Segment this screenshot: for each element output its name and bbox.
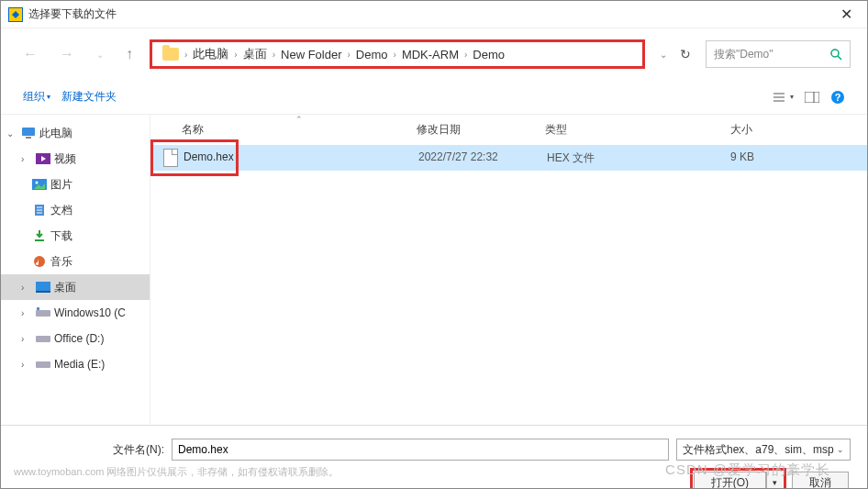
new-folder-button[interactable]: 新建文件夹 [56,85,122,108]
close-button[interactable]: ✕ [833,6,860,23]
svg-rect-22 [36,282,50,291]
forward-button[interactable]: → [54,42,80,66]
svg-rect-23 [36,291,50,293]
breadcrumb-item[interactable]: MDK-ARM [402,48,459,61]
svg-rect-25 [37,307,39,310]
pictures-icon [32,177,47,192]
dialog-footer: 文件名(N): 文件格式hex、a79、sim、msp ⌄ 打开(O) ▾ 取消 [1,426,867,489]
column-header-name[interactable]: ⌃ 名称 [182,122,417,138]
svg-rect-9 [22,128,35,136]
sidebar-item-desktop[interactable]: › 桌面 [1,274,150,300]
up-button[interactable]: ↑ [120,42,139,66]
downloads-icon [32,228,47,243]
history-dropdown[interactable]: ⌄ [660,50,667,60]
help-button[interactable]: ? [825,86,851,108]
search-icon [829,48,842,61]
svg-point-21 [34,256,45,267]
sidebar: ⌄ 此电脑 › 视频 图片 文档 下载 音乐 › 桌面 [1,115,150,425]
breadcrumb-item[interactable]: 桌面 [243,46,267,62]
sidebar-item-label: 此电脑 [39,126,72,141]
breadcrumb-item[interactable]: 此电脑 [193,46,228,62]
app-icon [8,7,23,22]
filename-input[interactable] [172,439,669,461]
toolbar: 组织 ▾ 新建文件夹 ▾ ? [1,80,867,115]
chevron-right-icon: › [21,360,32,370]
breadcrumb-bar[interactable]: › 此电脑 › 桌面 › New Folder › Demo › MDK-ARM… [150,39,645,69]
search-input[interactable]: 搜索"Demo" [706,40,851,68]
chevron-down-icon: ⌄ [837,445,844,454]
back-button[interactable]: ← [17,42,43,66]
svg-rect-5 [805,92,819,103]
svg-rect-10 [26,137,31,139]
breadcrumb-item[interactable]: New Folder [281,48,341,61]
chevron-right-icon: › [184,50,187,60]
file-row[interactable]: Demo.hex 2022/7/27 22:32 HEX 文件 9 KB [150,145,867,171]
sidebar-item-videos[interactable]: › 视频 [1,146,150,172]
file-type-filter[interactable]: 文件格式hex、a79、sim、msp ⌄ [676,439,851,461]
sidebar-item-label: 视频 [54,151,76,167]
column-header-type[interactable]: 类型 [545,122,670,138]
documents-icon [32,203,47,217]
sidebar-item-label: 音乐 [50,254,72,270]
file-type: HEX 文件 [547,150,672,166]
file-icon [163,149,178,167]
sidebar-item-label: Windows10 (C [54,306,126,319]
view-list-button[interactable]: ▾ [768,88,799,106]
filename-label: 文件名(N): [17,442,164,458]
search-placeholder: 搜索"Demo" [714,47,773,62]
sort-indicator-icon: ⌃ [295,115,303,124]
breadcrumb-item[interactable]: Demo [473,48,505,61]
chevron-right-icon: › [21,308,32,318]
sidebar-item-label: Office (D:) [54,332,104,345]
svg-point-0 [831,50,839,57]
chevron-right-icon: › [234,50,237,60]
organize-menu[interactable]: 组织 ▾ [17,85,56,108]
sidebar-item-disk-c[interactable]: › Windows10 (C [1,300,150,326]
watermark-left: www.toymoban.com 网络图片仅供展示，非存储，如有侵权请联系删除。 [14,465,339,479]
sidebar-item-label: Media (E:) [54,358,105,371]
sidebar-item-thispc[interactable]: ⌄ 此电脑 [1,120,150,146]
desktop-icon [36,280,50,295]
sidebar-item-pictures[interactable]: 图片 [1,172,150,197]
svg-rect-27 [36,361,50,368]
sidebar-item-music[interactable]: 音乐 [1,249,150,274]
disk-icon [36,331,50,346]
sidebar-item-documents[interactable]: 文档 [1,197,150,223]
sidebar-item-label: 文档 [50,203,72,218]
sidebar-item-label: 下载 [50,228,72,244]
svg-rect-24 [36,310,50,317]
navigation-row: ← → ⌄ ↑ › 此电脑 › 桌面 › New Folder › Demo ›… [1,28,867,80]
refresh-button[interactable]: ↻ [680,47,691,61]
chevron-right-icon: › [273,50,275,60]
preview-pane-button[interactable] [799,88,825,106]
music-icon [32,254,47,269]
svg-point-14 [36,182,39,184]
file-name: Demo.hex [184,150,418,166]
svg-rect-26 [36,336,50,342]
chevron-right-icon: › [21,334,32,344]
file-list: ⌃ 名称 修改日期 类型 大小 Demo.hex 2022/7/27 22:32… [150,115,867,425]
column-headers: ⌃ 名称 修改日期 类型 大小 [150,115,867,145]
disk-icon [36,357,50,372]
sidebar-item-label: 桌面 [54,280,76,295]
filter-label: 文件格式hex、a79、sim、msp [683,442,834,458]
breadcrumb-item[interactable]: Demo [356,48,388,61]
file-date: 2022/7/27 22:32 [418,150,547,166]
disk-icon [36,306,50,320]
chevron-right-icon: › [348,50,351,60]
column-header-date[interactable]: 修改日期 [417,122,545,138]
pc-icon [21,126,36,140]
column-header-size[interactable]: 大小 [670,122,771,138]
svg-text:?: ? [835,92,841,103]
chevron-right-icon: › [21,154,32,164]
chevron-right-icon: › [464,50,467,60]
sidebar-item-label: 图片 [50,177,72,193]
window-title: 选择要下载的文件 [28,6,117,22]
chevron-right-icon: › [21,283,32,293]
video-icon [36,151,50,166]
recent-dropdown[interactable]: ⌄ [91,46,109,63]
sidebar-item-disk-e[interactable]: › Media (E:) [1,351,150,377]
sidebar-item-disk-d[interactable]: › Office (D:) [1,326,150,351]
sidebar-item-downloads[interactable]: 下载 [1,223,150,249]
folder-icon [162,48,179,61]
